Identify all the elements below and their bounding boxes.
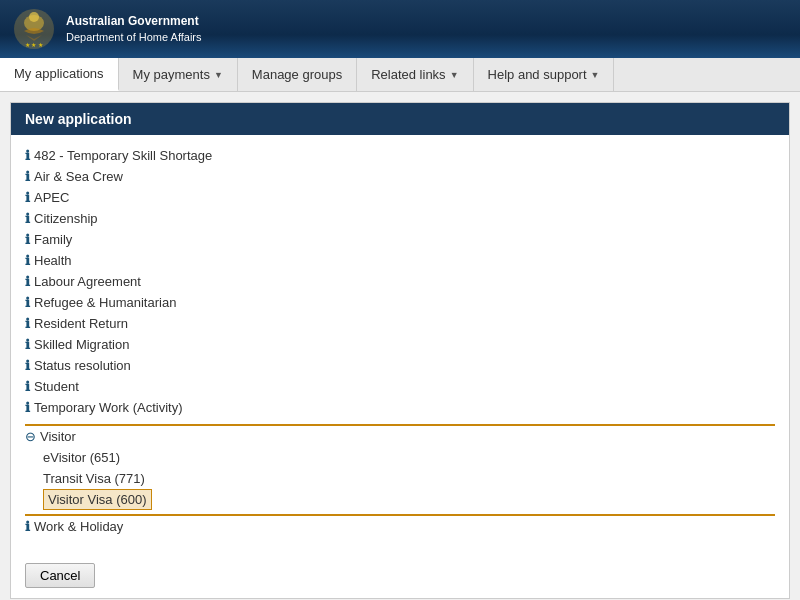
navbar: My applications My payments ▼ Manage gro… xyxy=(0,58,800,92)
info-icon: ℹ xyxy=(25,379,30,394)
svg-text:★ ★ ★: ★ ★ ★ xyxy=(25,42,43,48)
info-icon: ℹ xyxy=(25,295,30,310)
visitor-header[interactable]: ⊖ Visitor xyxy=(25,426,775,447)
info-icon: ℹ xyxy=(25,337,30,352)
visitor-section: ⊖ Visitor eVisitor (651)Transit Visa (77… xyxy=(25,424,775,516)
info-icon: ℹ xyxy=(25,232,30,247)
nav-my-payments[interactable]: My payments ▼ xyxy=(119,58,238,91)
info-icon: ℹ xyxy=(25,358,30,373)
visitor-subitem[interactable]: Transit Visa (771) xyxy=(43,468,775,489)
application-list: ℹ482 - Temporary Skill ShortageℹAir & Se… xyxy=(25,145,775,418)
cancel-button[interactable]: Cancel xyxy=(25,563,95,588)
coat-of-arms-icon: ★ ★ ★ xyxy=(12,7,56,51)
list-item[interactable]: ℹ482 - Temporary Skill Shortage xyxy=(25,145,775,166)
main-content: New application ℹ482 - Temporary Skill S… xyxy=(10,102,790,599)
visitor-subitem[interactable]: eVisitor (651) xyxy=(43,447,775,468)
list-item[interactable]: ℹRefugee & Humanitarian xyxy=(25,292,775,313)
section-body: ℹ482 - Temporary Skill ShortageℹAir & Se… xyxy=(11,135,789,553)
chevron-down-icon: ▼ xyxy=(214,70,223,80)
info-icon: ℹ xyxy=(25,400,30,415)
list-item[interactable]: ℹStudent xyxy=(25,376,775,397)
dept-name: Department of Home Affairs xyxy=(66,30,202,45)
nav-my-applications[interactable]: My applications xyxy=(0,58,119,91)
list-item[interactable]: ℹWork & Holiday xyxy=(25,516,775,537)
list-item[interactable]: ℹSkilled Migration xyxy=(25,334,775,355)
list-item[interactable]: ℹLabour Agreement xyxy=(25,271,775,292)
list-item[interactable]: ℹFamily xyxy=(25,229,775,250)
info-icon: ℹ xyxy=(25,519,30,534)
section-header: New application xyxy=(11,103,789,135)
list-item[interactable]: ℹAir & Sea Crew xyxy=(25,166,775,187)
info-icon: ℹ xyxy=(25,274,30,289)
visitor-label: Visitor xyxy=(40,429,76,444)
info-icon: ℹ xyxy=(25,148,30,163)
chevron-down-icon: ▼ xyxy=(450,70,459,80)
list-item[interactable]: ℹTemporary Work (Activity) xyxy=(25,397,775,418)
after-visitor-list: ℹWork & Holiday xyxy=(25,516,775,537)
info-icon: ℹ xyxy=(25,169,30,184)
list-item[interactable]: ℹAPEC xyxy=(25,187,775,208)
info-icon: ℹ xyxy=(25,253,30,268)
svg-point-2 xyxy=(29,12,39,22)
collapse-icon: ⊖ xyxy=(25,429,36,444)
chevron-down-icon: ▼ xyxy=(591,70,600,80)
list-item[interactable]: ℹCitizenship xyxy=(25,208,775,229)
info-icon: ℹ xyxy=(25,211,30,226)
nav-manage-groups[interactable]: Manage groups xyxy=(238,58,357,91)
list-item[interactable]: ℹHealth xyxy=(25,250,775,271)
header-text: Australian Government Department of Home… xyxy=(66,13,202,45)
gov-name: Australian Government xyxy=(66,13,202,30)
info-icon: ℹ xyxy=(25,190,30,205)
nav-help-and-support[interactable]: Help and support ▼ xyxy=(474,58,615,91)
cancel-section: Cancel xyxy=(11,553,789,598)
visitor-subitems: eVisitor (651)Transit Visa (771)Visitor … xyxy=(25,447,775,514)
list-item[interactable]: ℹStatus resolution xyxy=(25,355,775,376)
list-item[interactable]: ℹResident Return xyxy=(25,313,775,334)
nav-related-links[interactable]: Related links ▼ xyxy=(357,58,473,91)
header: ★ ★ ★ Australian Government Department o… xyxy=(0,0,800,58)
visitor-subitem[interactable]: Visitor Visa (600) xyxy=(43,489,152,510)
info-icon: ℹ xyxy=(25,316,30,331)
